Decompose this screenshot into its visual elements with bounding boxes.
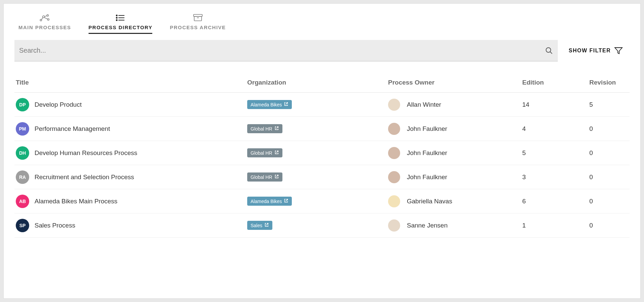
process-initials-badge: RA <box>16 170 29 184</box>
organization-label: Sales <box>251 223 262 228</box>
app-frame: MAIN PROCESSES PROCESS DIRECTORY PROCESS… <box>3 3 641 299</box>
owner-cell: Allan Winter <box>388 99 522 111</box>
col-title[interactable]: Title <box>14 79 247 86</box>
process-initials-badge: PM <box>16 122 29 136</box>
process-initials-badge: SP <box>16 219 29 232</box>
col-organization[interactable]: Organization <box>247 79 388 86</box>
revision-value: 0 <box>589 222 630 229</box>
svg-point-0 <box>40 19 42 21</box>
tab-label: MAIN PROCESSES <box>18 24 71 30</box>
show-filter-button[interactable]: SHOW FILTER <box>569 46 630 55</box>
table-row[interactable]: DPDevelop ProductAlameda BikesAllan Wint… <box>14 93 630 117</box>
organization-label: Global HR <box>251 150 272 156</box>
external-link-icon <box>284 198 288 204</box>
table-row[interactable]: SPSales ProcessSalesSanne Jensen10 <box>14 213 630 238</box>
col-edition[interactable]: Edition <box>522 79 589 86</box>
organization-cell: Global HR <box>247 148 388 157</box>
tab-main-processes[interactable]: MAIN PROCESSES <box>18 13 71 34</box>
tab-label: PROCESS ARCHIVE <box>170 24 226 30</box>
owner-name: Gabriella Navas <box>407 198 452 205</box>
svg-point-16 <box>546 48 551 52</box>
svg-rect-13 <box>194 14 202 16</box>
avatar <box>388 171 400 183</box>
table-header: Title Organization Process Owner Edition… <box>14 69 630 93</box>
avatar <box>388 219 400 232</box>
organization-cell: Sales <box>247 221 388 230</box>
avatar <box>388 99 400 111</box>
svg-line-5 <box>45 16 47 16</box>
external-link-icon <box>274 174 279 180</box>
organization-chip[interactable]: Alameda Bikes <box>247 197 292 206</box>
table-row[interactable]: DHDevelop Human Resources ProcessGlobal … <box>14 141 630 165</box>
process-title: Performance Management <box>35 125 247 133</box>
svg-line-17 <box>550 52 552 54</box>
svg-rect-14 <box>194 16 202 21</box>
tab-bar: MAIN PROCESSES PROCESS DIRECTORY PROCESS… <box>11 13 633 34</box>
owner-cell: Gabriella Navas <box>388 195 522 207</box>
organization-chip[interactable]: Sales <box>247 221 272 230</box>
owner-name: Allan Winter <box>407 101 441 108</box>
owner-name: John Faulkner <box>407 173 447 181</box>
external-link-icon <box>274 150 279 156</box>
edition-value: 1 <box>522 222 589 229</box>
organization-cell: Alameda Bikes <box>247 100 388 109</box>
tab-process-archive[interactable]: PROCESS ARCHIVE <box>170 13 226 34</box>
edition-value: 4 <box>522 125 589 133</box>
external-link-icon <box>264 222 269 228</box>
svg-point-9 <box>116 17 117 18</box>
avatar <box>388 147 400 159</box>
svg-point-2 <box>47 15 49 16</box>
edition-value: 6 <box>522 198 589 205</box>
tab-process-directory[interactable]: PROCESS DIRECTORY <box>89 13 153 34</box>
table-row[interactable]: PMPerformance ManagementGlobal HRJohn Fa… <box>14 117 630 141</box>
owner-cell: John Faulkner <box>388 123 522 135</box>
search-box[interactable] <box>14 40 558 61</box>
network-icon <box>39 13 50 22</box>
revision-value: 0 <box>589 149 630 157</box>
external-link-icon <box>284 102 288 107</box>
svg-point-7 <box>116 15 117 16</box>
search-row: SHOW FILTER <box>14 40 630 61</box>
col-owner[interactable]: Process Owner <box>388 79 522 86</box>
organization-chip[interactable]: Global HR <box>247 148 282 157</box>
edition-value: 14 <box>522 101 589 108</box>
owner-cell: John Faulkner <box>388 171 522 183</box>
col-revision[interactable]: Revision <box>589 79 630 86</box>
avatar <box>388 195 400 207</box>
filter-icon <box>614 46 623 55</box>
search-input[interactable] <box>19 47 545 54</box>
owner-name: Sanne Jensen <box>407 222 448 229</box>
organization-label: Global HR <box>251 126 272 132</box>
organization-label: Global HR <box>251 174 272 180</box>
table-row[interactable]: ABAlameda Bikes Main ProcessAlameda Bike… <box>14 189 630 213</box>
process-title: Develop Product <box>35 101 247 108</box>
process-title: Alameda Bikes Main Process <box>35 198 247 205</box>
external-link-icon <box>274 126 279 132</box>
organization-cell: Global HR <box>247 172 388 182</box>
owner-cell: Sanne Jensen <box>388 219 522 232</box>
process-initials-badge: AB <box>16 195 29 208</box>
list-icon <box>116 13 125 22</box>
search-icon[interactable] <box>545 47 553 55</box>
organization-label: Alameda Bikes <box>251 102 282 107</box>
svg-line-6 <box>44 17 48 19</box>
process-initials-badge: DH <box>16 146 29 160</box>
edition-value: 3 <box>522 173 589 181</box>
table-row[interactable]: RARecruitment and Selection ProcessGloba… <box>14 165 630 189</box>
organization-chip[interactable]: Alameda Bikes <box>247 100 292 109</box>
edition-value: 5 <box>522 149 589 157</box>
process-title: Develop Human Resources Process <box>35 149 247 157</box>
organization-cell: Global HR <box>247 124 388 133</box>
owner-name: John Faulkner <box>407 149 447 157</box>
table-body: DPDevelop ProductAlameda BikesAllan Wint… <box>14 93 630 238</box>
owner-cell: John Faulkner <box>388 147 522 159</box>
organization-cell: Alameda Bikes <box>247 197 388 206</box>
svg-point-11 <box>116 20 117 21</box>
svg-line-4 <box>42 17 43 19</box>
organization-chip[interactable]: Global HR <box>247 172 282 182</box>
archive-icon <box>193 13 203 22</box>
organization-label: Alameda Bikes <box>251 199 282 204</box>
process-initials-badge: DP <box>16 98 29 111</box>
revision-value: 5 <box>589 101 630 108</box>
organization-chip[interactable]: Global HR <box>247 124 282 133</box>
